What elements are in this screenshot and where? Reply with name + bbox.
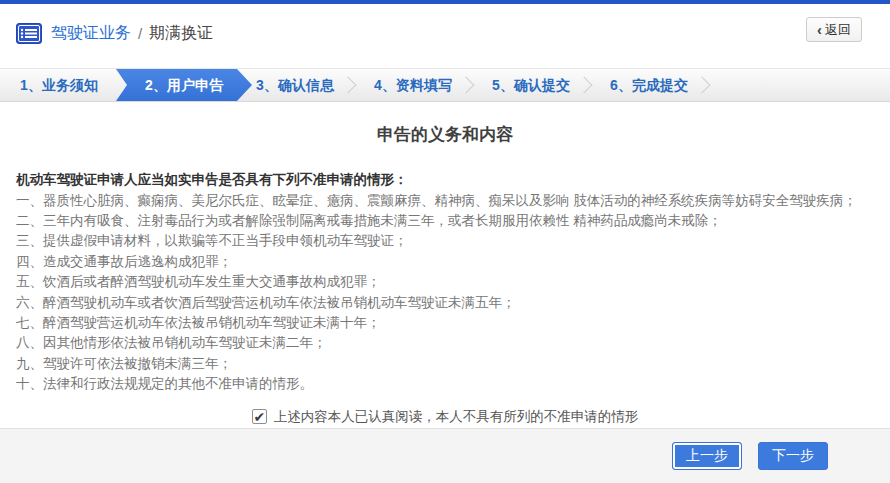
declaration-item-5: 五、饮酒后或者醉酒驾驶机动车发生重大交通事故构成犯罪； xyxy=(16,272,874,292)
previous-step-button[interactable]: 上一步 xyxy=(672,442,742,470)
declaration-item-8: 八、因其他情形依法被吊销机动车驾驶证未满二年； xyxy=(16,333,874,353)
declaration-checkbox[interactable]: ✔ xyxy=(252,409,267,424)
declaration-item-9: 九、驾驶许可依法被撤销未满三年； xyxy=(16,354,874,374)
declaration-item-2: 二、三年内有吸食、注射毒品行为或者解除强制隔离戒毒措施未满三年，或者长期服用依赖… xyxy=(16,211,874,231)
step-6-complete-submit[interactable]: 6、完成提交 xyxy=(590,69,708,101)
list-icon xyxy=(16,23,42,44)
step-3-confirm-info[interactable]: 3、确认信息 xyxy=(236,69,354,101)
check-icon: ✔ xyxy=(253,410,265,424)
breadcrumb-current-page: 期满换证 xyxy=(149,23,213,44)
step-4-fill-materials[interactable]: 4、资料填写 xyxy=(354,69,472,101)
declaration-content: 申告的义务和内容 机动车驾驶证申请人应当如实申告是否具有下列不准申请的情形： 一… xyxy=(0,123,890,426)
step-5-confirm-submit[interactable]: 5、确认提交 xyxy=(472,69,590,101)
page-title: 申告的义务和内容 xyxy=(16,123,874,146)
chevron-left-icon: ‹ xyxy=(817,22,822,37)
declaration-item-6: 六、醉酒驾驶机动车或者饮酒后驾驶营运机动车依法被吊销机动车驾驶证未满五年； xyxy=(16,293,874,313)
step-nav: 1、业务须知 2、用户申告 3、确认信息 4、资料填写 5、确认提交 6、完成提… xyxy=(0,68,890,102)
header: 驾驶证业务 / 期满换证 ‹ 返回 xyxy=(0,4,890,62)
declaration-item-1: 一、器质性心脏病、癫痫病、美尼尔氏症、眩晕症、癔病、震颤麻痹、精神病、痴呆以及影… xyxy=(16,191,874,211)
declaration-item-10: 十、法律和行政法规规定的其他不准申请的情形。 xyxy=(16,374,874,394)
breadcrumb-separator: / xyxy=(138,25,142,42)
step-2-user-declaration[interactable]: 2、用户申告 xyxy=(116,69,252,101)
next-step-button[interactable]: 下一步 xyxy=(758,442,828,470)
back-button[interactable]: ‹ 返回 xyxy=(806,17,862,42)
declaration-item-7: 七、醉酒驾驶营运机动车依法被吊销机动车驾驶证未满十年； xyxy=(16,313,874,333)
declaration-intro: 机动车驾驶证申请人应当如实申告是否具有下列不准申请的情形： xyxy=(16,170,874,191)
step-1-business-notice[interactable]: 1、业务须知 xyxy=(0,69,118,101)
footer-bar: 上一步 下一步 xyxy=(0,428,890,483)
declaration-item-3: 三、提供虚假申请材料，以欺骗等不正当手段申领机动车驾驶证； xyxy=(16,231,874,251)
declaration-item-4: 四、造成交通事故后逃逸构成犯罪； xyxy=(16,252,874,272)
back-button-label: 返回 xyxy=(825,21,851,39)
declaration-checkbox-label[interactable]: 上述内容本人已认真阅读，本人不具有所列的不准申请的情形 xyxy=(274,408,639,426)
confirmation-row: ✔ 上述内容本人已认真阅读，本人不具有所列的不准申请的情形 xyxy=(16,408,874,426)
breadcrumb-business-link[interactable]: 驾驶证业务 xyxy=(51,23,131,44)
